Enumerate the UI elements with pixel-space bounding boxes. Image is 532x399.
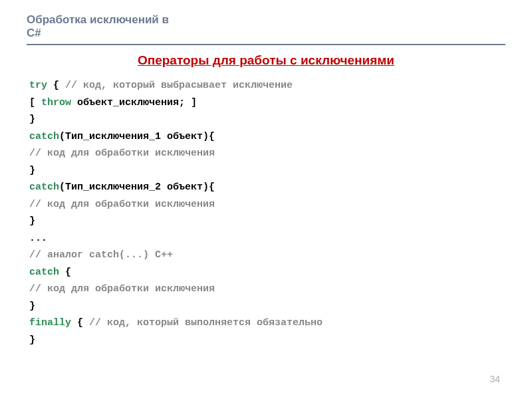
- code-comment: // код для обработки исключения: [29, 199, 215, 210]
- code-text: (Тип_исключения_1 объект){: [59, 131, 215, 142]
- code-line: catch(Тип_исключения_2 объект){: [29, 179, 505, 196]
- code-text: [: [29, 97, 41, 108]
- keyword-catch: catch: [29, 267, 59, 278]
- code-line: ...: [29, 230, 505, 247]
- code-comment: // код для обработки исключения: [29, 148, 215, 159]
- code-text: {: [59, 267, 71, 278]
- code-text: {: [47, 80, 65, 91]
- code-comment: // аналог catch(...) C++: [29, 249, 173, 261]
- code-text: объект_исключения; ]: [71, 97, 197, 108]
- code-comment: // код для обработки исключения: [29, 283, 215, 295]
- keyword-catch: catch: [29, 131, 59, 142]
- slide-container: Обработка исключений в C# Операторы для …: [0, 0, 532, 399]
- code-block: try { // код, который выбрасывает исключ…: [27, 77, 505, 348]
- code-comment: // код, который выбрасывает исключение: [65, 80, 293, 91]
- code-text: {: [71, 317, 89, 329]
- page-number: 34: [489, 374, 500, 384]
- code-line: }: [29, 162, 505, 180]
- keyword-finally: finally: [29, 317, 71, 329]
- code-line: }: [29, 298, 505, 315]
- slide-title: Операторы для работы с исключениями: [27, 53, 505, 68]
- slide-header: Обработка исключений в C#: [27, 13, 505, 45]
- code-line: // код для обработки исключения: [29, 196, 505, 213]
- code-line: finally { // код, который выполняется об…: [29, 315, 505, 332]
- code-line: try { // код, который выбрасывает исключ…: [29, 77, 505, 94]
- code-line: // код для обработки исключения: [29, 145, 505, 162]
- keyword-try: try: [29, 80, 47, 91]
- code-line: [ throw объект_исключения; ]: [29, 94, 505, 112]
- code-line: catch {: [29, 264, 505, 281]
- code-line: // аналог catch(...) C++: [29, 247, 505, 264]
- code-text: (Тип_исключения_2 объект){: [59, 182, 215, 193]
- keyword-throw: throw: [41, 97, 71, 108]
- code-line: }: [29, 111, 505, 128]
- code-line: }: [29, 332, 505, 349]
- keyword-catch: catch: [29, 182, 59, 193]
- code-line: catch(Тип_исключения_1 объект){: [29, 128, 505, 146]
- code-line: // код для обработки исключения: [29, 281, 505, 298]
- code-comment: // код, который выполняется обязательно: [89, 317, 323, 329]
- code-line: }: [29, 213, 505, 230]
